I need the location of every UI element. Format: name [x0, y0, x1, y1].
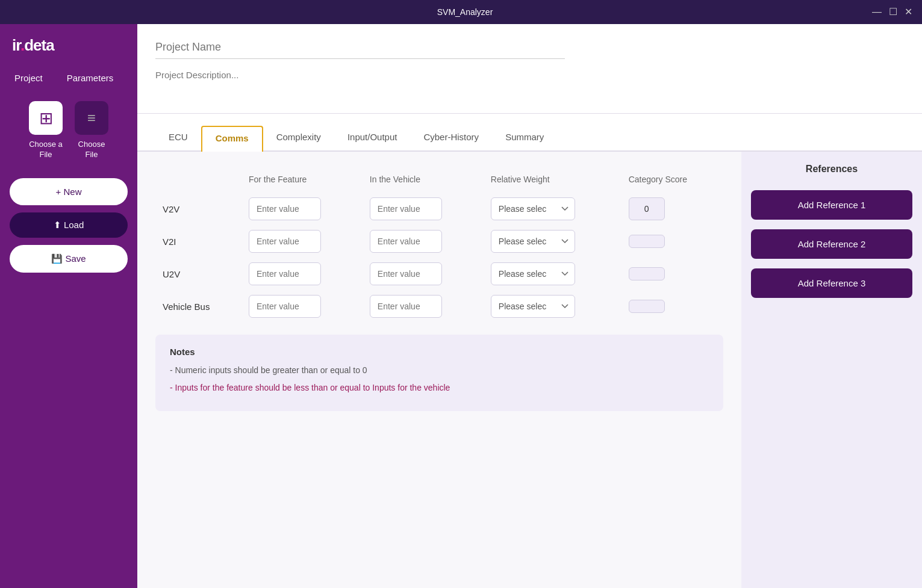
choose-file-secondary[interactable]: ≡ ChooseFile [75, 101, 108, 160]
tab-complexity[interactable]: Complexity [263, 126, 334, 150]
table-row: U2V Please selec [155, 258, 723, 290]
choose-file-label-secondary: ChooseFile [78, 140, 105, 160]
close-button[interactable]: ✕ [905, 7, 912, 17]
content-area: For the Feature In the Vehicle Relative … [137, 152, 922, 588]
col-row-label [155, 170, 241, 193]
v2i-weight-select[interactable]: Please selec [491, 230, 575, 253]
cell-v2v-weight: Please selec [484, 193, 621, 225]
v2i-feature-input[interactable] [249, 230, 321, 253]
u2v-vehicle-input[interactable] [370, 262, 442, 285]
cell-vb-feature [241, 290, 363, 323]
tab-summary[interactable]: Summary [492, 126, 557, 150]
data-table: For the Feature In the Vehicle Relative … [155, 170, 723, 323]
note-item-1: - Numeric inputs should be greater than … [170, 364, 709, 377]
choose-file-icon-primary: ⊞ [29, 101, 63, 135]
file-icons: ⊞ Choose aFile ≡ ChooseFile [29, 101, 108, 160]
add-reference-2-button[interactable]: Add Reference 2 [751, 229, 912, 259]
v2v-score-box: 0 [629, 197, 665, 220]
title-bar-title: SVM_Analyzer [58, 7, 872, 17]
u2v-feature-input[interactable] [249, 262, 321, 285]
col-for-feature: For the Feature [241, 170, 363, 193]
project-name-input[interactable] [155, 36, 565, 59]
vb-vehicle-input[interactable] [370, 295, 442, 318]
v2v-weight-select[interactable]: Please selec [491, 197, 575, 220]
table-row: V2V Please selec [155, 193, 723, 225]
v2v-vehicle-input[interactable] [370, 197, 442, 220]
row-label-vehicle-bus: Vehicle Bus [155, 290, 241, 323]
col-in-vehicle: In the Vehicle [363, 170, 484, 193]
add-reference-1-button[interactable]: Add Reference 1 [751, 190, 912, 220]
col-category-score: Category Score [621, 170, 723, 193]
new-button[interactable]: + New [10, 178, 128, 205]
main-panel: For the Feature In the Vehicle Relative … [137, 152, 741, 588]
maximize-button[interactable]: ☐ [889, 7, 897, 17]
col-relative-weight: Relative Weight [484, 170, 621, 193]
save-button[interactable]: 💾 Save [10, 245, 128, 273]
cell-vb-score [621, 290, 723, 323]
cell-v2v-vehicle [363, 193, 484, 225]
vb-score-box [629, 300, 665, 313]
cell-v2v-feature [241, 193, 363, 225]
tab-bar: ECU Comms Complexity Input/Output Cyber-… [137, 114, 922, 152]
u2v-weight-select[interactable]: Please selec [491, 262, 575, 285]
table-row: V2I Please selec [155, 225, 723, 258]
tab-cyber-history[interactable]: Cyber-History [410, 126, 492, 150]
project-header [137, 24, 922, 114]
cell-vb-vehicle [363, 290, 484, 323]
sidebar-buttons: + New ⬆ Load 💾 Save [10, 178, 128, 273]
tab-ecu[interactable]: ECU [155, 126, 201, 150]
notes-title: Notes [170, 347, 709, 357]
vb-weight-select[interactable]: Please selec [491, 295, 575, 318]
load-button[interactable]: ⬆ Load [10, 212, 128, 238]
nav-links: Project Parameters [10, 73, 113, 83]
project-description-input[interactable] [155, 65, 565, 113]
v2v-feature-input[interactable] [249, 197, 321, 220]
title-bar-controls: — ☐ ✕ [872, 7, 912, 17]
nav-parameters[interactable]: Parameters [67, 73, 114, 83]
nav-project[interactable]: Project [14, 73, 43, 83]
cell-v2i-weight: Please selec [484, 225, 621, 258]
references-panel: References Add Reference 1 Add Reference… [741, 152, 922, 588]
cell-u2v-score [621, 258, 723, 290]
cell-v2v-score: 0 [621, 193, 723, 225]
cell-u2v-feature [241, 258, 363, 290]
references-title: References [751, 164, 912, 181]
cell-u2v-weight: Please selec [484, 258, 621, 290]
cell-v2i-score [621, 225, 723, 258]
v2i-score-box [629, 235, 665, 248]
row-label-u2v: U2V [155, 258, 241, 290]
tab-comms[interactable]: Comms [201, 126, 263, 152]
vb-feature-input[interactable] [249, 295, 321, 318]
app-container: ir.deta Project Parameters ⊞ Choose aFil… [0, 24, 922, 588]
title-bar: SVM_Analyzer — ☐ ✕ [0, 0, 922, 24]
cell-v2i-feature [241, 225, 363, 258]
sidebar: ir.deta Project Parameters ⊞ Choose aFil… [0, 24, 137, 588]
u2v-score-box [629, 267, 665, 280]
cell-u2v-vehicle [363, 258, 484, 290]
choose-file-icon-secondary: ≡ [75, 101, 108, 135]
cell-v2i-vehicle [363, 225, 484, 258]
logo: ir.deta [10, 36, 54, 55]
table-row: Vehicle Bus Please selec [155, 290, 723, 323]
minimize-button[interactable]: — [872, 7, 882, 17]
choose-file-primary[interactable]: ⊞ Choose aFile [29, 101, 63, 160]
tab-input-output[interactable]: Input/Output [334, 126, 411, 150]
choose-file-label-primary: Choose aFile [29, 140, 63, 160]
note-item-2: - Inputs for the feature should be less … [170, 382, 709, 394]
row-label-v2v: V2V [155, 193, 241, 225]
main-content: ECU Comms Complexity Input/Output Cyber-… [137, 24, 922, 588]
cell-vb-weight: Please selec [484, 290, 621, 323]
v2i-vehicle-input[interactable] [370, 230, 442, 253]
add-reference-3-button[interactable]: Add Reference 3 [751, 268, 912, 298]
row-label-v2i: V2I [155, 225, 241, 258]
notes-section: Notes - Numeric inputs should be greater… [155, 335, 723, 411]
